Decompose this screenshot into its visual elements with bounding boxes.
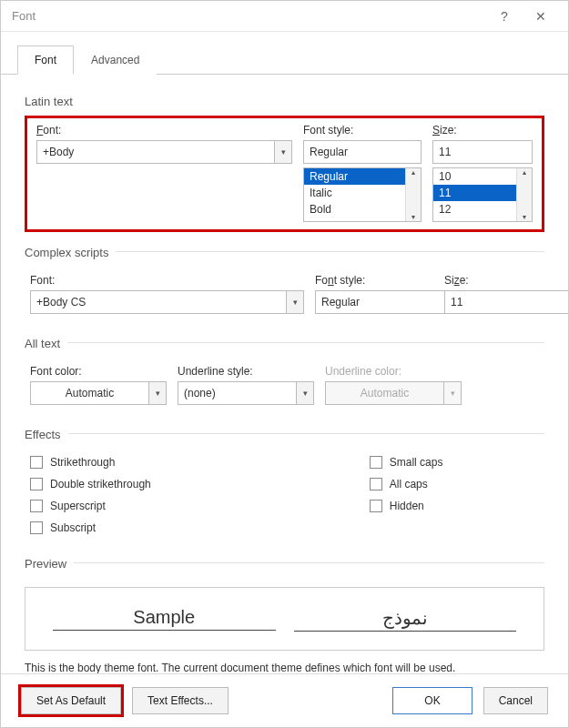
complex-size-select[interactable]: ▾	[444, 290, 544, 314]
checkbox-subscript[interactable]: Subscript	[30, 521, 151, 534]
font-color-label: Font color:	[30, 365, 167, 378]
checkbox-hidden[interactable]: Hidden	[370, 500, 443, 512]
underline-style-select[interactable]: (none) ▾	[178, 381, 314, 405]
dialog-content: Latin text Font: ▾ Font style: Regular I…	[1, 75, 568, 673]
checkbox-superscript[interactable]: Superscript	[30, 500, 151, 512]
section-complex: Complex scripts	[25, 238, 544, 252]
checkbox-icon	[30, 456, 43, 469]
chevron-down-icon[interactable]: ▾	[296, 381, 314, 405]
ok-button[interactable]: OK	[392, 687, 472, 714]
close-icon: ✕	[535, 9, 546, 24]
font-color-select[interactable]: Automatic ▾	[30, 381, 167, 405]
font-label: Font:	[36, 124, 292, 136]
font-style-label: Font style:	[303, 124, 422, 136]
size-label: Size:	[432, 124, 533, 136]
font-dialog: Font ? ✕ Font Advanced Latin text Font: …	[0, 0, 569, 728]
chevron-down-icon: ▾	[443, 381, 462, 405]
text-effects-button[interactable]: Text Effects...	[132, 687, 229, 714]
checkbox-icon	[370, 456, 382, 469]
checkbox-double-strikethrough[interactable]: Double strikethrough	[30, 478, 151, 490]
checkbox-icon	[370, 500, 382, 512]
checkbox-icon	[370, 478, 382, 490]
tab-font[interactable]: Font	[17, 46, 74, 75]
list-item[interactable]: Italic	[304, 185, 421, 201]
underline-color-select: Automatic ▾	[325, 381, 462, 405]
help-button[interactable]: ?	[486, 1, 523, 32]
latin-font-input[interactable]	[36, 140, 274, 164]
section-alltext: All text	[25, 329, 544, 343]
preview-description: This is the body theme font. The current…	[25, 662, 544, 673]
underline-color-label: Underline color:	[325, 365, 462, 378]
list-item[interactable]: Bold	[304, 201, 421, 217]
cancel-button[interactable]: Cancel	[483, 687, 548, 714]
latin-size-input[interactable]	[432, 140, 533, 164]
scrollbar[interactable]: ▴▾	[516, 168, 532, 221]
chevron-down-icon[interactable]: ▾	[286, 290, 304, 314]
latin-style-list[interactable]: Regular Italic Bold ▴▾	[303, 167, 422, 222]
preview-sample-latin: Sample	[53, 607, 276, 631]
highlight-latin: Font: ▾ Font style: Regular Italic Bold …	[25, 116, 544, 232]
section-effects: Effects	[25, 420, 544, 434]
checkbox-small-caps[interactable]: Small caps	[370, 456, 443, 469]
tab-bar: Font Advanced	[1, 32, 568, 75]
latin-font-select[interactable]: ▾	[36, 140, 292, 164]
section-preview: Preview	[25, 549, 544, 563]
titlebar: Font ? ✕	[1, 1, 568, 32]
list-item[interactable]: Regular	[304, 168, 421, 185]
set-as-default-button[interactable]: Set As Default	[21, 687, 121, 714]
complex-font-select[interactable]: ▾	[30, 290, 304, 314]
latin-size-list[interactable]: 10 11 12 ▴▾	[432, 167, 533, 222]
latin-style-input[interactable]	[303, 140, 422, 164]
tab-label: Advanced	[91, 54, 139, 66]
complex-style-label: Font style:	[315, 274, 433, 287]
checkbox-icon	[30, 478, 43, 490]
window-title: Font	[12, 9, 486, 23]
preview-box: Sample نموذج	[25, 587, 544, 651]
checkbox-icon	[30, 521, 43, 534]
section-latin-title: Latin text	[25, 95, 544, 108]
preview-sample-complex: نموذج	[294, 607, 517, 632]
complex-font-label: Font:	[30, 274, 304, 287]
checkbox-all-caps[interactable]: All caps	[370, 478, 443, 490]
close-button[interactable]: ✕	[523, 1, 559, 32]
tab-label: Font	[35, 54, 56, 66]
tab-advanced[interactable]: Advanced	[74, 46, 157, 75]
underline-style-label: Underline style:	[178, 365, 314, 378]
checkbox-strikethrough[interactable]: Strikethrough	[30, 456, 151, 469]
dialog-footer: Set As Default Text Effects... OK Cancel	[1, 673, 568, 727]
complex-size-label: Size:	[444, 274, 544, 287]
complex-font-input[interactable]	[30, 290, 286, 314]
scrollbar[interactable]: ▴▾	[405, 168, 421, 221]
chevron-down-icon[interactable]: ▾	[274, 140, 292, 164]
complex-style-select[interactable]: ▾	[315, 290, 433, 314]
checkbox-icon	[30, 500, 43, 512]
chevron-down-icon[interactable]: ▾	[148, 381, 167, 405]
